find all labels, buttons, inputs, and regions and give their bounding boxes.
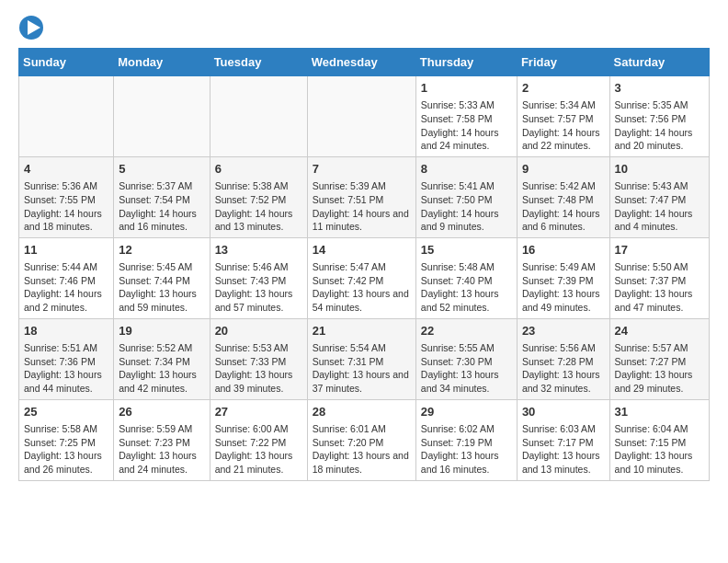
calendar-cell: 17Sunrise: 5:50 AMSunset: 7:37 PMDayligh… [609, 237, 709, 318]
calendar-cell: 8Sunrise: 5:41 AMSunset: 7:50 PMDaylight… [415, 156, 517, 237]
day-number: 1 [421, 80, 512, 97]
cell-content: Sunset: 7:30 PM [421, 355, 512, 369]
calendar-cell: 4Sunrise: 5:36 AMSunset: 7:55 PMDaylight… [19, 156, 114, 237]
day-number: 15 [421, 242, 512, 259]
cell-content: Sunrise: 5:36 AM [24, 179, 108, 193]
cell-content: Sunrise: 5:59 AM [119, 422, 204, 436]
day-number: 13 [215, 242, 302, 259]
calendar-cell: 28Sunrise: 6:01 AMSunset: 7:20 PMDayligh… [307, 399, 415, 480]
calendar-cell: 18Sunrise: 5:51 AMSunset: 7:36 PMDayligh… [19, 318, 114, 399]
cell-content: Sunrise: 5:34 AM [522, 98, 605, 112]
cell-content: Sunset: 7:15 PM [615, 436, 704, 450]
cell-content: Sunrise: 5:42 AM [522, 179, 605, 193]
day-number: 22 [421, 323, 512, 339]
cell-content: Sunset: 7:31 PM [313, 355, 411, 369]
calendar-week-row: 11Sunrise: 5:44 AMSunset: 7:46 PMDayligh… [19, 237, 710, 318]
calendar-cell [19, 76, 114, 157]
calendar-cell: 10Sunrise: 5:43 AMSunset: 7:47 PMDayligh… [609, 156, 709, 237]
calendar-cell: 6Sunrise: 5:38 AMSunset: 7:52 PMDaylight… [210, 156, 307, 237]
cell-content: Sunset: 7:20 PM [313, 436, 411, 450]
cell-content: Sunset: 7:52 PM [215, 193, 302, 207]
day-number: 14 [313, 242, 411, 259]
cell-content: Sunrise: 5:50 AM [615, 260, 704, 274]
calendar-cell: 26Sunrise: 5:59 AMSunset: 7:23 PMDayligh… [114, 399, 210, 480]
cell-content: Sunrise: 5:53 AM [215, 341, 302, 355]
cell-content: Sunrise: 5:48 AM [421, 260, 512, 274]
day-number: 6 [215, 161, 302, 178]
cell-content: Daylight: 14 hours and 16 minutes. [119, 207, 204, 234]
cell-content: Sunrise: 5:55 AM [421, 341, 512, 355]
calendar-cell [307, 76, 415, 157]
cell-content: Daylight: 14 hours and 20 minutes. [615, 126, 704, 153]
cell-content: Daylight: 14 hours and 9 minutes. [421, 207, 512, 234]
calendar-week-row: 25Sunrise: 5:58 AMSunset: 7:25 PMDayligh… [19, 399, 710, 480]
cell-content: Daylight: 13 hours and 13 minutes. [522, 449, 605, 476]
cell-content: Sunset: 7:46 PM [24, 274, 108, 288]
day-number: 5 [119, 161, 204, 178]
cell-content: Daylight: 13 hours and 10 minutes. [615, 449, 704, 476]
page-header [18, 15, 710, 40]
day-number: 16 [522, 242, 605, 259]
day-number: 2 [522, 80, 605, 97]
cell-content: Sunset: 7:25 PM [24, 436, 108, 450]
day-number: 26 [119, 404, 204, 420]
cell-content: Sunrise: 5:39 AM [313, 179, 411, 193]
day-number: 29 [421, 404, 512, 420]
calendar-cell: 12Sunrise: 5:45 AMSunset: 7:44 PMDayligh… [114, 237, 210, 318]
cell-content: Daylight: 14 hours and 22 minutes. [522, 126, 605, 153]
cell-content: Daylight: 13 hours and 44 minutes. [24, 368, 108, 395]
calendar-cell: 5Sunrise: 5:37 AMSunset: 7:54 PMDaylight… [114, 156, 210, 237]
calendar-cell: 31Sunrise: 6:04 AMSunset: 7:15 PMDayligh… [609, 399, 709, 480]
cell-content: Sunset: 7:55 PM [24, 193, 108, 207]
cell-content: Daylight: 14 hours and 11 minutes. [313, 207, 411, 234]
day-number: 10 [615, 161, 704, 178]
cell-content: Sunset: 7:19 PM [421, 436, 512, 450]
calendar-cell: 25Sunrise: 5:58 AMSunset: 7:25 PMDayligh… [19, 399, 114, 480]
calendar-header-row: SundayMondayTuesdayWednesdayThursdayFrid… [19, 49, 710, 76]
calendar-header-saturday: Saturday [609, 49, 709, 76]
day-number: 27 [215, 404, 302, 420]
calendar-header-friday: Friday [517, 49, 609, 76]
cell-content: Sunset: 7:51 PM [313, 193, 411, 207]
cell-content: Sunset: 7:36 PM [24, 355, 108, 369]
logo-icon [18, 15, 44, 40]
cell-content: Sunset: 7:57 PM [522, 112, 605, 126]
cell-content: Sunrise: 5:47 AM [313, 260, 411, 274]
cell-content: Sunset: 7:33 PM [215, 355, 302, 369]
cell-content: Sunrise: 6:03 AM [522, 422, 605, 436]
cell-content: Daylight: 13 hours and 29 minutes. [615, 368, 704, 395]
cell-content: Daylight: 13 hours and 47 minutes. [615, 287, 704, 314]
day-number: 3 [615, 80, 704, 97]
calendar-cell: 1Sunrise: 5:33 AMSunset: 7:58 PMDaylight… [415, 76, 517, 157]
cell-content: Sunset: 7:48 PM [522, 193, 605, 207]
calendar-cell: 13Sunrise: 5:46 AMSunset: 7:43 PMDayligh… [210, 237, 307, 318]
calendar-cell [210, 76, 307, 157]
cell-content: Daylight: 13 hours and 18 minutes. [313, 449, 411, 476]
cell-content: Sunset: 7:28 PM [522, 355, 605, 369]
cell-content: Daylight: 13 hours and 16 minutes. [421, 449, 512, 476]
calendar-week-row: 18Sunrise: 5:51 AMSunset: 7:36 PMDayligh… [19, 318, 710, 399]
cell-content: Sunset: 7:27 PM [615, 355, 704, 369]
calendar-cell: 3Sunrise: 5:35 AMSunset: 7:56 PMDaylight… [609, 76, 709, 157]
day-number: 12 [119, 242, 204, 259]
day-number: 20 [215, 323, 302, 339]
cell-content: Daylight: 14 hours and 6 minutes. [522, 207, 605, 234]
cell-content: Sunset: 7:43 PM [215, 274, 302, 288]
calendar-header-sunday: Sunday [19, 49, 114, 76]
cell-content: Sunrise: 5:54 AM [313, 341, 411, 355]
cell-content: Sunrise: 5:35 AM [615, 98, 704, 112]
day-number: 7 [313, 161, 411, 178]
cell-content: Sunset: 7:50 PM [421, 193, 512, 207]
day-number: 31 [615, 404, 704, 420]
day-number: 4 [24, 161, 108, 178]
cell-content: Sunrise: 5:57 AM [615, 341, 704, 355]
calendar-cell: 22Sunrise: 5:55 AMSunset: 7:30 PMDayligh… [415, 318, 517, 399]
calendar-cell: 15Sunrise: 5:48 AMSunset: 7:40 PMDayligh… [415, 237, 517, 318]
cell-content: Daylight: 14 hours and 24 minutes. [421, 126, 512, 153]
day-number: 18 [24, 323, 108, 339]
cell-content: Sunrise: 6:01 AM [313, 422, 411, 436]
calendar-cell: 7Sunrise: 5:39 AMSunset: 7:51 PMDaylight… [307, 156, 415, 237]
day-number: 30 [522, 404, 605, 420]
calendar-cell: 21Sunrise: 5:54 AMSunset: 7:31 PMDayligh… [307, 318, 415, 399]
day-number: 8 [421, 161, 512, 178]
